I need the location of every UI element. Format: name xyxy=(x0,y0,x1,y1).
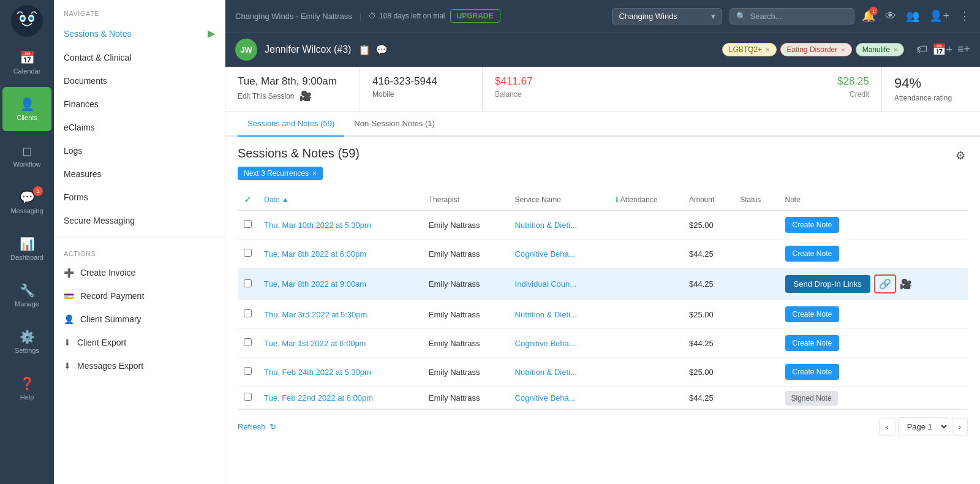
service-name-link[interactable]: Cognitive Beha... xyxy=(515,339,576,348)
session-date-link[interactable]: Tue, Mar 8th 2022 at 6:00pm xyxy=(264,249,366,259)
more-options-icon[interactable]: ≡+ xyxy=(957,43,970,56)
brand-text: Changing Winds - Emily Nattrass | ⏱ 108 … xyxy=(235,9,500,23)
users-icon[interactable]: 👥 xyxy=(906,9,919,23)
video-icon: 🎥 xyxy=(300,90,312,102)
app-logo[interactable] xyxy=(11,5,43,37)
attendance-label: Attendance rating xyxy=(894,94,968,102)
org-selector[interactable]: Changing Winds ▾ xyxy=(612,8,722,25)
attendance-info-icon[interactable]: ℹ xyxy=(616,195,619,204)
tag-lgbtq2-close[interactable]: × xyxy=(766,46,769,53)
sidebar-item-clients[interactable]: 👤 Clients xyxy=(2,87,51,131)
link-icon[interactable]: 🔗 xyxy=(874,274,896,293)
tag-add-icon[interactable]: 🏷 xyxy=(916,43,927,56)
row-checkbox[interactable] xyxy=(244,338,252,346)
tag-eating-close[interactable]: × xyxy=(841,46,845,53)
th-note: Note xyxy=(779,189,968,211)
session-date-link[interactable]: Thu, Mar 3rd 2022 at 5:30pm xyxy=(264,310,367,319)
prev-page-button[interactable]: ‹ xyxy=(879,418,895,436)
service-name-link[interactable]: Cognitive Beha... xyxy=(515,393,576,403)
user-add-icon[interactable]: 👤+ xyxy=(929,9,949,23)
sidebar-item-client-export[interactable]: ⬇ Client Export xyxy=(54,331,225,354)
sidebar-item-sessions-notes[interactable]: Sessions & Notes ▶ xyxy=(54,21,225,46)
session-date-link[interactable]: Thu, Feb 24th 2022 at 5:30pm xyxy=(264,368,371,377)
tag-manulife-close[interactable]: × xyxy=(894,46,897,53)
create-note-button[interactable]: Create Note xyxy=(785,246,840,262)
th-attendance: ℹ Attendance xyxy=(609,189,683,211)
service-name-link[interactable]: Cognitive Beha... xyxy=(515,249,576,259)
attendance-value xyxy=(609,300,683,329)
sidebar-item-finances[interactable]: Finances xyxy=(54,93,225,116)
sidebar-item-eclaims[interactable]: eClaims xyxy=(54,116,225,139)
service-name-link[interactable]: Individual Coun... xyxy=(515,279,576,289)
table-row: Tue, Feb 22nd 2022 at 6:00pmEmily Nattra… xyxy=(238,387,968,409)
filter-icon[interactable]: ⚙ xyxy=(953,146,968,165)
th-date[interactable]: Date ▲ xyxy=(258,189,423,211)
balance-amount: $411.67 xyxy=(495,75,532,88)
row-checkbox[interactable] xyxy=(244,220,252,228)
search-icon: 🔍 xyxy=(736,12,746,21)
refresh-button[interactable]: Refresh ↻ xyxy=(238,422,276,431)
create-note-button[interactable]: Create Note xyxy=(785,217,840,233)
client-message-icon[interactable]: 💬 xyxy=(375,44,388,56)
help-icon: ❓ xyxy=(20,376,35,391)
row-checkbox[interactable] xyxy=(244,249,252,257)
search-input[interactable] xyxy=(750,12,848,21)
therapist-name: Emily Nattrass xyxy=(423,211,509,240)
sidebar-item-dashboard[interactable]: 📊 Dashboard xyxy=(2,227,51,271)
session-date-link[interactable]: Thu, Mar 10th 2022 at 5:30pm xyxy=(264,221,371,230)
service-name-link[interactable]: Nutrition & Dieti... xyxy=(515,368,577,377)
row-checkbox[interactable] xyxy=(244,279,252,287)
next-page-button[interactable]: › xyxy=(952,418,968,436)
filter-close-button[interactable]: × xyxy=(312,169,317,178)
sessions-area: Sessions & Notes (59) Next 3 Recurrences… xyxy=(225,137,980,484)
tab-sessions-notes[interactable]: Sessions and Notes (59) xyxy=(238,112,344,137)
more-menu-icon[interactable]: ⋮ xyxy=(959,9,970,23)
eye-icon[interactable]: 👁 xyxy=(885,10,896,23)
sidebar-item-settings[interactable]: ⚙️ Settings xyxy=(2,320,51,364)
session-date-link[interactable]: Tue, Feb 22nd 2022 at 6:00pm xyxy=(264,393,373,403)
therapist-name: Emily Nattrass xyxy=(423,240,509,268)
create-note-button[interactable]: Create Note xyxy=(785,306,840,322)
client-profile-icon[interactable]: 📋 xyxy=(358,44,371,56)
sidebar-item-secure-messaging[interactable]: Secure Messaging xyxy=(54,209,225,232)
create-note-button[interactable]: Create Note xyxy=(785,335,840,351)
top-bar: Changing Winds - Emily Nattrass | ⏱ 108 … xyxy=(225,0,980,32)
sidebar-item-documents[interactable]: Documents xyxy=(54,69,225,93)
edit-session-link[interactable]: Edit This Session 🎥 xyxy=(238,90,347,102)
session-date-link[interactable]: Tue, Mar 1st 2022 at 6:00pm xyxy=(264,339,366,348)
row-checkbox[interactable] xyxy=(244,393,252,401)
sidebar-item-messaging[interactable]: 💬 Messaging 1 xyxy=(2,180,51,224)
row-checkbox[interactable] xyxy=(244,309,252,317)
sidebar-item-logs[interactable]: Logs xyxy=(54,139,225,162)
sidebar-item-client-summary[interactable]: 👤 Client Summary xyxy=(54,308,225,331)
sidebar-item-record-payment[interactable]: 💳 Record Payment xyxy=(54,284,225,308)
service-name-link[interactable]: Nutrition & Dieti... xyxy=(515,221,577,230)
attendance-value xyxy=(609,329,683,358)
sidebar-item-workflow[interactable]: ◻ Workflow xyxy=(2,134,51,178)
filter-badge: Next 3 Recurrences × xyxy=(238,167,323,180)
session-date-link[interactable]: Tue, Mar 8th 2022 at 9:00am xyxy=(264,279,366,289)
sidebar-item-forms[interactable]: Forms xyxy=(54,186,225,209)
row-checkbox[interactable] xyxy=(244,367,252,375)
check-all-icon[interactable]: ✓ xyxy=(244,194,252,205)
th-service-name: Service Name xyxy=(509,189,609,211)
send-dropin-button[interactable]: Send Drop-In Links xyxy=(785,275,870,293)
service-name-link[interactable]: Nutrition & Dieti... xyxy=(515,310,577,319)
sidebar-item-contact-clinical[interactable]: Contact & Clinical xyxy=(54,46,225,69)
page-selector[interactable]: Page 1 xyxy=(898,417,949,436)
upgrade-button[interactable]: UPGRADE xyxy=(450,9,500,23)
tab-non-session[interactable]: Non-Session Notes (1) xyxy=(344,112,445,137)
calendar-add-icon[interactable]: 📅+ xyxy=(932,43,952,56)
video-cam-icon[interactable]: 🎥 xyxy=(900,278,912,290)
sidebar-item-messages-export[interactable]: ⬇ Messages Export xyxy=(54,354,225,377)
search-bar[interactable]: 🔍 xyxy=(729,8,854,25)
status-value xyxy=(734,211,778,240)
sidebar-item-manage[interactable]: 🔧 Manage xyxy=(2,273,51,317)
notification-icon[interactable]: 🔔 1 xyxy=(862,9,875,23)
sidebar-item-create-invoice[interactable]: ➕ Create Invoice xyxy=(54,261,225,284)
attendance-value xyxy=(609,240,683,268)
sidebar-item-measures[interactable]: Measures xyxy=(54,162,225,186)
sidebar-item-help[interactable]: ❓ Help xyxy=(2,366,51,410)
create-note-button[interactable]: Create Note xyxy=(785,364,840,380)
sidebar-item-calendar[interactable]: 📅 Calendar xyxy=(2,40,51,85)
